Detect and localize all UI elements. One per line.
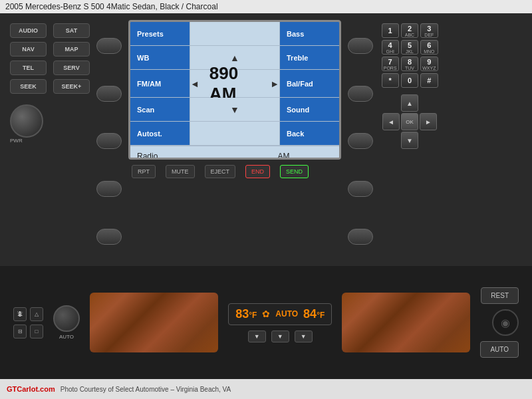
- screen-autost-btn[interactable]: Autost.: [130, 122, 190, 145]
- dpad-down[interactable]: ▼: [401, 132, 418, 149]
- wb-btn[interactable]: [96, 86, 122, 102]
- speaker-icon: ◉: [492, 309, 519, 336]
- rest-auto-section: REST ◉ AUTO: [480, 287, 519, 358]
- autost-btn[interactable]: [96, 229, 122, 245]
- screen-r-btn-2[interactable]: [348, 86, 373, 102]
- screen-balfad-btn[interactable]: Bal/Fad: [279, 70, 339, 97]
- fmam-btn[interactable]: [96, 133, 122, 149]
- seek-plus-btn[interactable]: SEEK+: [53, 79, 90, 94]
- rest-btn[interactable]: REST: [481, 287, 519, 304]
- pwr-knob[interactable]: [10, 104, 43, 138]
- color2: Charcoal: [186, 2, 218, 11]
- screen-r-btn-4[interactable]: [348, 181, 373, 197]
- keypad: 1 2ABC 3DEF 4GHI 5JKL 6MNO 7PORS 8TUV 9W…: [382, 23, 438, 88]
- wood-panel-left: [90, 293, 218, 352]
- temp-down-right[interactable]: ▼: [295, 331, 313, 342]
- nav-btn[interactable]: NAV: [10, 42, 47, 57]
- screen-sound-btn[interactable]: Sound: [279, 98, 339, 121]
- separator: /: [182, 2, 184, 11]
- screen-treble-btn[interactable]: Treble: [279, 46, 339, 69]
- serv-btn[interactable]: SERV: [53, 61, 90, 75]
- transport-controls: RPT MUTE EJECT END SEND: [128, 160, 341, 183]
- mute-btn[interactable]: MUTE: [166, 165, 195, 178]
- key-8[interactable]: 8TUV: [401, 57, 418, 71]
- key-5[interactable]: 5JKL: [401, 40, 418, 55]
- dpad-empty-br: [420, 132, 437, 149]
- tel-btn[interactable]: TEL: [10, 61, 47, 75]
- screen-row-1: Presets Bass: [130, 22, 339, 46]
- pwr-label: PWR: [10, 138, 47, 144]
- screen-fmam-btn[interactable]: FM/AM: [130, 70, 190, 97]
- screen-r-btn-3[interactable]: [348, 133, 373, 149]
- nav-down-arrow[interactable]: ▼: [230, 104, 239, 115]
- screen-wb-btn[interactable]: WB: [130, 46, 190, 69]
- eject-btn[interactable]: EJECT: [205, 165, 236, 178]
- key-star[interactable]: *: [382, 73, 399, 88]
- screen-row5-center: [190, 122, 279, 145]
- freq-right-arrow[interactable]: ►: [270, 78, 279, 89]
- extra-btn[interactable]: □: [30, 325, 43, 338]
- defrost-btn[interactable]: ⛇: [13, 307, 27, 321]
- climate-arrows: ▼ ▼ ▼: [248, 331, 313, 342]
- key-1[interactable]: 1: [382, 23, 399, 38]
- key-9[interactable]: 9WXYZ: [420, 57, 438, 71]
- climate-display: 83°F ✿ AUTO 84°F: [228, 303, 332, 325]
- key-7[interactable]: 7PORS: [382, 57, 399, 71]
- status-label: Radio: [137, 152, 235, 160]
- presets-btn[interactable]: [96, 38, 122, 54]
- ac-auto-btn[interactable]: AUTO: [480, 341, 519, 358]
- color1: Black: [160, 2, 179, 11]
- dpad-empty-tr: [420, 94, 437, 112]
- dpad: ▲ ◄ OK ► ▼: [382, 94, 437, 149]
- title-bar: 2005 Mercedes-Benz S 500 4Matic Sedan, B…: [0, 0, 532, 13]
- audio-btn[interactable]: AUDIO: [10, 23, 47, 38]
- screen-back-btn[interactable]: Back: [279, 122, 339, 145]
- right-panel: 1 2ABC 3DEF 4GHI 5JKL 6MNO 7PORS 8TUV 9W…: [380, 20, 440, 259]
- brand-logo: GTCarlot.com: [7, 385, 55, 393]
- pwr-knob-area: PWR: [10, 104, 47, 144]
- auto-mode-display: AUTO: [275, 309, 298, 319]
- fan-down[interactable]: ▼: [271, 331, 289, 342]
- key-4[interactable]: 4GHI: [382, 40, 399, 55]
- dpad-ok[interactable]: OK: [401, 113, 418, 130]
- screen-row-5: Autost. Back: [130, 122, 339, 146]
- footer: GTCarlot.com Photo Courtesy of Select Au…: [0, 379, 532, 399]
- map-btn[interactable]: MAP: [53, 42, 90, 57]
- key-0[interactable]: 0: [401, 73, 418, 88]
- key-2[interactable]: 2ABC: [401, 23, 418, 38]
- screen-r-btn-1[interactable]: [348, 38, 373, 54]
- dpad-up[interactable]: ▲: [401, 94, 418, 112]
- key-3[interactable]: 3DEF: [420, 23, 438, 38]
- climate-section: 83°F ✿ AUTO 84°F ▼ ▼ ▼: [228, 303, 332, 342]
- end-btn[interactable]: END: [245, 165, 270, 178]
- seek-btn[interactable]: SEEK: [10, 79, 47, 94]
- dpad-right[interactable]: ►: [420, 113, 437, 130]
- screen-scan-btn[interactable]: Scan: [130, 98, 190, 121]
- key-6[interactable]: 6MNO: [420, 40, 438, 55]
- screen-bass-btn[interactable]: Bass: [279, 22, 339, 45]
- left-climate-knob[interactable]: [53, 305, 80, 332]
- screen-right-btns: [348, 20, 373, 259]
- rear-btn[interactable]: ⊟: [13, 325, 27, 338]
- hazard-btn[interactable]: △: [30, 307, 43, 321]
- screen-presets-btn[interactable]: Presets: [130, 22, 190, 45]
- temp-left: 83°F: [235, 307, 257, 321]
- dpad-left[interactable]: ◄: [382, 113, 400, 130]
- screen-row-3: FM/AM ◄ 890 AM ► Bal/Fad: [130, 70, 339, 98]
- key-hash[interactable]: #: [420, 73, 438, 88]
- nav-up-arrow[interactable]: ▲: [230, 53, 239, 63]
- send-btn[interactable]: SEND: [280, 165, 309, 178]
- temp-down-left[interactable]: ▼: [248, 331, 266, 342]
- small-ctrl-btns: ⛇ △ ⊟ □: [13, 307, 43, 338]
- display-screen: Presets Bass WB ▲: [128, 20, 341, 160]
- scan-btn[interactable]: [96, 181, 122, 197]
- screen-status-row: Radio AM: [130, 146, 339, 160]
- screen-r-btn-5[interactable]: [348, 229, 373, 245]
- screen-row-4: Scan ▼ Sound: [130, 98, 339, 122]
- left-climate-knob-area: AUTO: [53, 305, 80, 340]
- dpad-empty-bl: [382, 132, 400, 149]
- freq-left-arrow[interactable]: ◄: [190, 78, 200, 89]
- sat-btn[interactable]: SAT: [53, 23, 90, 38]
- rpt-btn[interactable]: RPT: [132, 165, 156, 178]
- car-title: 2005 Mercedes-Benz S 500 4Matic Sedan,: [5, 2, 158, 11]
